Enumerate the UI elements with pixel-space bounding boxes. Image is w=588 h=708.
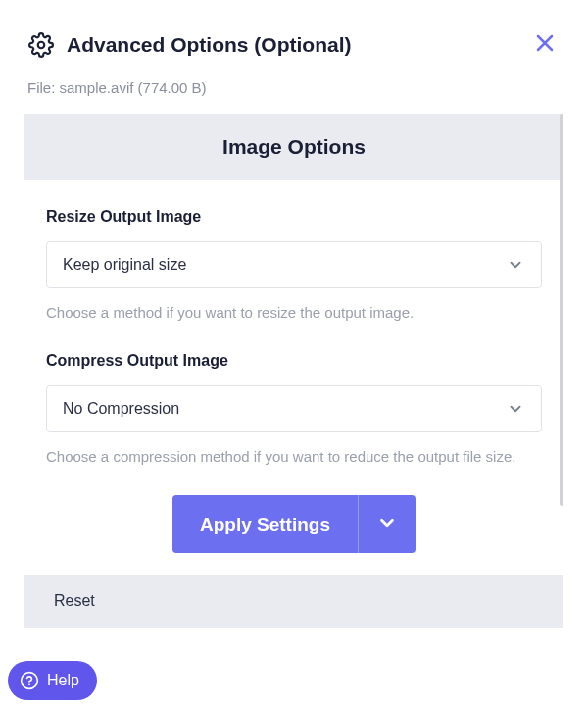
chevron-down-icon [506, 255, 525, 275]
file-size: (774.00 B) [138, 79, 207, 96]
modal-header: Advanced Options (Optional) [0, 0, 588, 79]
modal-title: Advanced Options (Optional) [67, 33, 352, 57]
modal-footer: Apply Settings Reset [0, 468, 588, 628]
apply-dropdown-button[interactable] [358, 495, 416, 553]
resize-select-value: Keep original size [63, 256, 186, 274]
help-widget[interactable]: Help [8, 661, 97, 700]
resize-select[interactable]: Keep original size [46, 241, 542, 288]
reset-button[interactable]: Reset [24, 575, 564, 628]
file-info: File: sample.avif (774.00 B) [0, 79, 588, 114]
close-icon [533, 31, 557, 58]
file-name: sample.avif [60, 79, 134, 96]
chevron-down-icon [376, 512, 398, 536]
advanced-options-modal: Advanced Options (Optional) File: sample… [0, 0, 588, 708]
apply-settings-button[interactable]: Apply Settings [172, 495, 358, 553]
compress-hint: Choose a compression method if you want … [46, 446, 542, 469]
apply-row: Apply Settings [24, 495, 564, 553]
gear-icon [27, 31, 55, 59]
resize-label: Resize Output Image [46, 208, 542, 226]
close-button[interactable] [529, 27, 561, 62]
section-header: Image Options [24, 114, 564, 180]
scrollbar[interactable] [560, 114, 564, 506]
resize-option-block: Resize Output Image Keep original size C… [24, 180, 564, 325]
compress-select[interactable]: No Compression [46, 385, 542, 432]
compress-option-block: Compress Output Image No Compression Cho… [24, 325, 564, 469]
file-label: File: [27, 79, 55, 96]
chevron-down-icon [506, 399, 525, 419]
header-left: Advanced Options (Optional) [27, 31, 352, 59]
compress-select-value: No Compression [63, 400, 179, 418]
content-area: Image Options Resize Output Image Keep o… [0, 114, 588, 468]
resize-hint: Choose a method if you want to resize th… [46, 302, 542, 325]
compress-label: Compress Output Image [46, 352, 542, 370]
svg-point-0 [38, 41, 45, 48]
help-label: Help [47, 672, 79, 689]
help-icon [20, 671, 39, 690]
